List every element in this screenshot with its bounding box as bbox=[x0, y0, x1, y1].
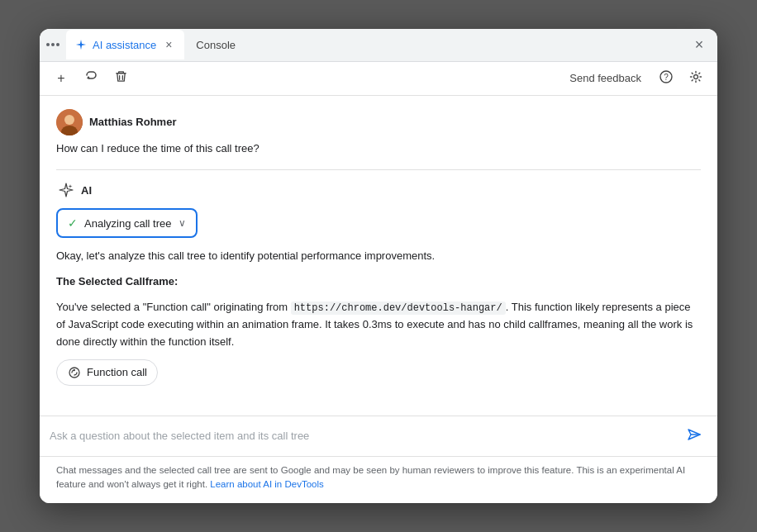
send-button[interactable] bbox=[681, 423, 707, 449]
svg-point-2 bbox=[694, 74, 698, 78]
ai-response-intro: Okay, let's analyze this call tree to id… bbox=[56, 248, 701, 265]
new-chat-button[interactable]: + bbox=[50, 67, 73, 90]
tab-ai-assistance-label: AI assistance bbox=[93, 39, 156, 51]
help-button[interactable]: ? bbox=[655, 67, 678, 90]
tab-ai-assistance-close[interactable]: × bbox=[161, 37, 176, 52]
ai-label: AI bbox=[81, 184, 92, 197]
ai-section: AI ✓ Analyzing call tree ∨ Okay, let's a… bbox=[56, 180, 701, 395]
svg-text:?: ? bbox=[664, 73, 669, 82]
user-message: Matthias Rohmer How can I reduce the tim… bbox=[56, 109, 701, 157]
tab-console-label: Console bbox=[196, 39, 236, 51]
avatar bbox=[56, 109, 83, 135]
tab-ai-assistance[interactable]: AI assistance × bbox=[66, 30, 184, 59]
trash-icon bbox=[115, 70, 127, 86]
settings-button[interactable] bbox=[684, 67, 707, 90]
chat-footer: Chat messages and the selected call tree… bbox=[40, 456, 717, 504]
chevron-down-icon: ∨ bbox=[179, 217, 186, 229]
ai-sparkle-icon bbox=[74, 38, 88, 51]
undo-icon bbox=[84, 70, 98, 87]
function-call-chip[interactable]: Function call bbox=[56, 359, 158, 386]
function-call-chip-label: Function call bbox=[87, 366, 147, 378]
ai-header: AI bbox=[56, 180, 701, 200]
analyzing-text: Analyzing call tree bbox=[84, 217, 172, 230]
response-before-code: You've selected a "Function call" origin… bbox=[56, 301, 291, 313]
check-icon: ✓ bbox=[68, 216, 78, 230]
section-divider bbox=[56, 169, 701, 170]
user-message-text: How can I reduce the time of this call t… bbox=[56, 140, 701, 157]
gear-icon bbox=[689, 70, 702, 87]
selected-callframe-heading: The Selected Callframe: bbox=[56, 275, 178, 287]
send-icon bbox=[686, 426, 702, 445]
window-close-button[interactable]: × bbox=[688, 33, 711, 56]
delete-button[interactable] bbox=[109, 67, 132, 90]
ai-response-detail: You've selected a "Function call" origin… bbox=[56, 299, 701, 351]
code-url: https://chrome.dev/devtools-hangar/ bbox=[291, 302, 506, 315]
ai-icon bbox=[56, 180, 76, 200]
svg-point-4 bbox=[64, 115, 74, 125]
undo-button[interactable] bbox=[79, 67, 102, 90]
ai-response-body: The Selected Callframe: bbox=[56, 273, 701, 291]
toolbar: + Send feedback ? bbox=[40, 62, 717, 96]
svg-point-6 bbox=[69, 368, 79, 378]
footer-text: Chat messages and the selected call tree… bbox=[56, 465, 685, 489]
devtools-window: AI assistance × Console × + bbox=[40, 29, 717, 503]
chat-input[interactable] bbox=[50, 430, 674, 442]
chat-area: Matthias Rohmer How can I reduce the tim… bbox=[40, 96, 717, 416]
input-area bbox=[40, 416, 717, 456]
devtools-ai-link[interactable]: Learn about AI in DevTools bbox=[210, 479, 323, 489]
send-feedback-button[interactable]: Send feedback bbox=[563, 69, 648, 88]
tab-console[interactable]: Console bbox=[188, 30, 244, 59]
help-icon: ? bbox=[659, 70, 673, 87]
user-header: Matthias Rohmer bbox=[56, 109, 701, 135]
menu-dots[interactable] bbox=[46, 43, 60, 46]
tab-bar: AI assistance × Console × bbox=[40, 29, 717, 62]
analyzing-call-tree-badge[interactable]: ✓ Analyzing call tree ∨ bbox=[56, 208, 198, 238]
user-name: Matthias Rohmer bbox=[89, 116, 176, 128]
function-call-icon bbox=[67, 365, 82, 380]
